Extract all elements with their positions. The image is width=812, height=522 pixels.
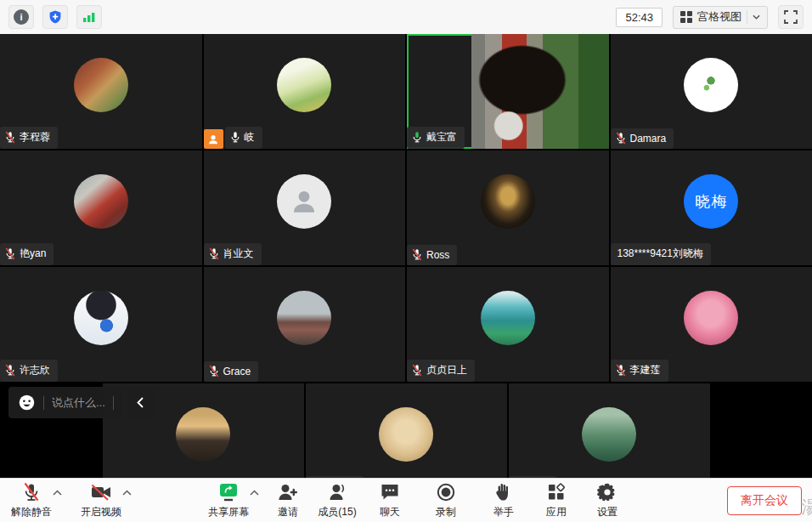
participant-tile[interactable]: 艳yan bbox=[0, 150, 202, 265]
video-grid: 李程蓉 岐 戴宝富 Damara 艳yan 肖业文 Ross晓梅138****9… bbox=[0, 34, 812, 478]
participant-tile[interactable]: 许志欣 bbox=[0, 267, 202, 382]
participant-name: 李程蓉 bbox=[20, 130, 50, 145]
participant-name: 岐 bbox=[245, 130, 255, 145]
chat-bubble-icon bbox=[380, 482, 400, 502]
participant-name: 戴宝富 bbox=[426, 130, 457, 145]
unmute-label: 解除静音 bbox=[11, 505, 52, 519]
participant-name-chip: 艳yan bbox=[0, 243, 54, 265]
record-button[interactable]: 录制 bbox=[421, 482, 471, 519]
participant-tile[interactable]: Grace bbox=[204, 267, 406, 382]
mic-muted-icon bbox=[616, 132, 626, 145]
participant-tile[interactable]: 相明雨 bbox=[306, 383, 507, 478]
emoji-icon bbox=[18, 394, 36, 411]
participant-name-chip: 李程蓉 bbox=[0, 127, 58, 149]
apps-button[interactable]: 应用 bbox=[532, 482, 581, 519]
mic-muted-icon bbox=[5, 131, 15, 144]
quick-chat-bar: 说点什么... bbox=[8, 387, 154, 418]
tile-footer: 贞贞日上 bbox=[407, 360, 475, 382]
participant-tile[interactable]: 岐 bbox=[204, 34, 406, 149]
participant-name-chip: 李建莲 bbox=[611, 360, 668, 382]
share-screen-button[interactable]: 共享屏幕 bbox=[204, 482, 253, 519]
participant-name: 138****9421刘晓梅 bbox=[617, 247, 703, 261]
network-status-button[interactable] bbox=[76, 5, 102, 29]
participant-name-chip: 戴宝富 bbox=[407, 127, 465, 149]
invite-button[interactable]: 邀请 bbox=[263, 482, 313, 519]
tile-footer: 李程蓉 bbox=[0, 127, 58, 149]
avatar bbox=[74, 291, 128, 345]
participant-name-chip: 许志欣 bbox=[0, 360, 58, 382]
start-video-button[interactable]: 开启视频 bbox=[76, 482, 126, 519]
participant-name-chip: 肖业文 bbox=[204, 243, 262, 265]
share-screen-label: 共享屏幕 bbox=[208, 505, 249, 519]
mic-muted-icon bbox=[5, 247, 15, 260]
record-icon bbox=[436, 482, 456, 502]
participant-name-chip: 138****9421刘晓梅 bbox=[611, 243, 711, 265]
fullscreen-button[interactable] bbox=[778, 5, 804, 29]
share-options-chevron[interactable] bbox=[250, 486, 259, 498]
tile-footer: Ross bbox=[407, 245, 457, 265]
participant-tile[interactable]: Damara bbox=[611, 34, 812, 149]
settings-button[interactable]: 设置 bbox=[583, 482, 632, 519]
avatar bbox=[684, 58, 738, 112]
mic-on-icon bbox=[230, 131, 240, 144]
settings-label: 设置 bbox=[597, 505, 617, 519]
person-icon bbox=[290, 187, 319, 216]
avatar bbox=[481, 174, 535, 229]
layout-view-button[interactable]: 宫格视图 bbox=[673, 6, 768, 29]
invite-person-icon bbox=[277, 482, 299, 502]
tile-footer: Grace bbox=[204, 361, 259, 382]
participant-tile[interactable]: 李程蓉 bbox=[0, 34, 202, 149]
mic-muted-icon bbox=[209, 247, 219, 260]
fullscreen-icon bbox=[784, 10, 798, 24]
info-icon: i bbox=[14, 9, 29, 25]
meeting-info-button[interactable]: i bbox=[8, 5, 34, 29]
chat-button[interactable]: 聊天 bbox=[365, 482, 414, 519]
divider bbox=[113, 396, 114, 410]
participant-tile[interactable]: Ross bbox=[407, 150, 609, 265]
signal-bars-icon bbox=[82, 11, 96, 23]
tile-footer: 戴宝富 bbox=[407, 127, 465, 149]
members-button[interactable]: 成员(15) bbox=[313, 482, 362, 519]
participant-tile[interactable]: 贞贞日上 bbox=[407, 267, 609, 382]
chat-placeholder: 说点什么... bbox=[52, 395, 105, 411]
participant-tile[interactable]: 戴宝富 bbox=[407, 34, 609, 149]
participant-tile[interactable]: 李建莲 bbox=[611, 267, 812, 382]
chat-collapse-button[interactable] bbox=[127, 387, 154, 418]
participant-name-chip: 贞贞日上 bbox=[407, 360, 475, 382]
watermark: 湯 bbox=[801, 496, 812, 519]
avatar bbox=[684, 291, 738, 345]
participant-tile[interactable]: 昊宁 bbox=[509, 383, 710, 478]
avatar bbox=[74, 58, 128, 112]
raise-hand-label: 举手 bbox=[493, 505, 514, 519]
apps-label: 应用 bbox=[546, 505, 567, 519]
chevron-left-icon bbox=[137, 397, 144, 408]
top-bar: i 52:43 宫格视图 bbox=[0, 0, 812, 34]
person-icon bbox=[207, 133, 219, 145]
leave-meeting-button[interactable]: 离开会议 bbox=[727, 486, 802, 515]
participant-name: 肖业文 bbox=[223, 247, 254, 261]
video-options-chevron[interactable] bbox=[122, 486, 132, 498]
mic-options-chevron[interactable] bbox=[53, 486, 62, 498]
members-icon bbox=[326, 482, 348, 502]
security-button[interactable] bbox=[42, 5, 68, 29]
avatar bbox=[379, 407, 433, 462]
camera-off-icon bbox=[90, 482, 112, 502]
tile-footer: Damara bbox=[611, 128, 674, 149]
host-badge bbox=[204, 129, 223, 149]
chat-label: 聊天 bbox=[380, 505, 400, 519]
participant-name-chip: Ross bbox=[407, 245, 457, 265]
layout-view-label: 宫格视图 bbox=[697, 9, 742, 25]
mic-muted-icon bbox=[412, 248, 422, 261]
participant-name: Ross bbox=[426, 249, 449, 261]
unmute-button[interactable]: 解除静音 bbox=[7, 482, 56, 519]
participant-name: Damara bbox=[630, 133, 667, 145]
tile-footer: 李建莲 bbox=[611, 360, 668, 382]
mic-active-icon bbox=[412, 131, 422, 144]
chat-input[interactable]: 说点什么... bbox=[8, 387, 123, 418]
avatar bbox=[582, 407, 636, 462]
participant-video bbox=[471, 34, 609, 149]
tile-footer: 肖业文 bbox=[204, 243, 262, 265]
participant-tile[interactable]: 肖业文 bbox=[204, 150, 406, 265]
raise-hand-button[interactable]: 举手 bbox=[479, 482, 528, 519]
participant-tile[interactable]: 晓梅138****9421刘晓梅 bbox=[611, 150, 812, 265]
